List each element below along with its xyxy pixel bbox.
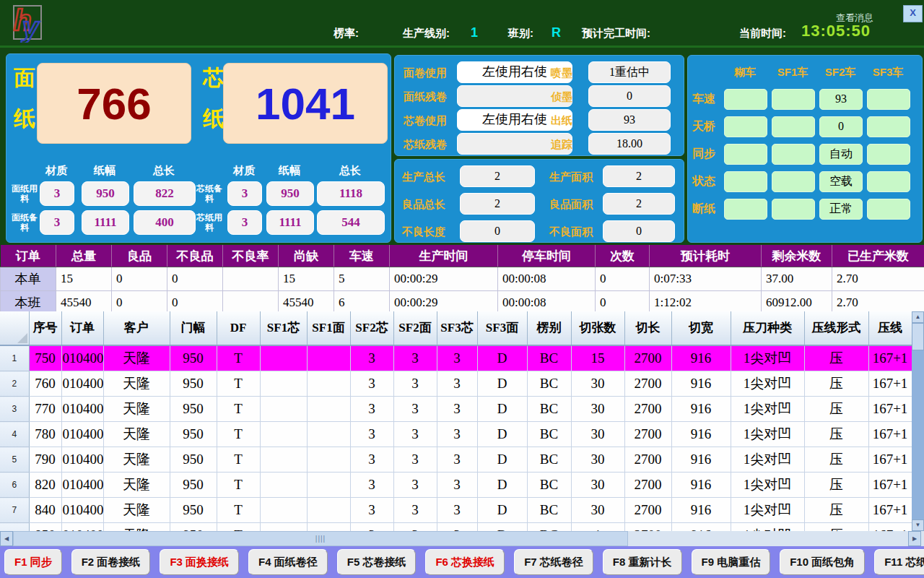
order-cell bbox=[260, 447, 307, 473]
horizontal-scrollbar[interactable]: ◀ |||| ▶ bbox=[0, 531, 924, 546]
orders-column-header[interactable]: 楞别 bbox=[527, 311, 571, 345]
summary-column-header: 车速 bbox=[334, 245, 390, 267]
orders-column-header[interactable]: SF1面 bbox=[307, 311, 350, 345]
order-cell: 3 bbox=[437, 498, 477, 523]
orders-column-header[interactable]: 切宽 bbox=[671, 311, 731, 345]
summary-cell: 0 bbox=[596, 267, 650, 291]
total-length-header: 总长 bbox=[134, 164, 194, 178]
scroll-down-icon[interactable]: ▼ bbox=[912, 519, 924, 531]
row-number-cell: 4 bbox=[0, 422, 29, 447]
orders-column-header[interactable]: 序号 bbox=[29, 311, 61, 345]
field-value: 0 bbox=[588, 85, 671, 107]
summary-column-header: 停车时间 bbox=[498, 245, 596, 267]
fkey-button[interactable]: F3 面换接纸 bbox=[160, 549, 239, 575]
order-cell: 2700 bbox=[624, 447, 671, 473]
summary-column-header: 已生产米数 bbox=[832, 245, 924, 267]
orders-column-header[interactable]: 订单 bbox=[61, 311, 103, 345]
orders-column-header[interactable]: SF3芯 bbox=[437, 311, 477, 345]
orders-column-header[interactable]: 切长 bbox=[624, 311, 671, 345]
order-cell: 3 bbox=[350, 371, 393, 397]
order-cell: T bbox=[217, 473, 260, 498]
summary-column-header: 总量 bbox=[56, 245, 112, 267]
order-cell: 3 bbox=[437, 523, 477, 532]
scroll-right-icon[interactable]: ▶ bbox=[908, 531, 921, 546]
material-header: 材质 bbox=[227, 164, 261, 178]
select-all-corner[interactable] bbox=[0, 311, 29, 345]
machine-cell bbox=[772, 89, 815, 110]
fkey-button[interactable]: F8 重新计长 bbox=[603, 549, 682, 575]
roll-panel: 面卷使用左使用右使面纸残卷芯卷使用左使用右使芯纸残卷喷墨1重估中侦墨0出纸93追… bbox=[394, 55, 684, 156]
summary-table: 订单总量良品不良品不良率尚缺车速生产时间停车时间次数预计耗时剩余米数已生产米数 … bbox=[0, 245, 924, 315]
order-cell: 916 bbox=[671, 397, 731, 422]
order-cell: BC bbox=[527, 498, 571, 523]
order-cell: 950 bbox=[170, 498, 217, 523]
fkey-button[interactable]: F11 芯纸包角 bbox=[874, 549, 924, 575]
order-cell: D bbox=[477, 447, 527, 473]
order-cell: 天隆 bbox=[103, 523, 170, 532]
machine-cell bbox=[772, 116, 815, 137]
orders-column-header[interactable]: SF2芯 bbox=[350, 311, 393, 345]
machine-cell: 正常 bbox=[819, 199, 863, 220]
row-number-cell: 3 bbox=[0, 397, 29, 422]
orders-table-wrap: 序号订单客户门幅DFSF1芯SF1面SF2芯SF2面SF3芯SF3面楞别切张数切… bbox=[0, 311, 912, 531]
fkey-button[interactable]: F7 芯纸卷径 bbox=[514, 549, 593, 575]
row-label: 面纸用料 bbox=[9, 184, 40, 204]
fkey-button[interactable]: F4 面纸卷径 bbox=[248, 549, 328, 575]
view-messages-link[interactable]: 查看消息 bbox=[836, 12, 873, 25]
vertical-scrollbar-thumb[interactable] bbox=[912, 323, 924, 350]
vertical-scrollbar[interactable]: ▲ ▼ bbox=[912, 311, 924, 531]
orders-column-header[interactable]: SF3面 bbox=[477, 311, 527, 345]
orders-column-header[interactable]: 压线 bbox=[868, 311, 912, 345]
order-cell: 950 bbox=[170, 473, 217, 498]
orders-column-header[interactable]: 压刀种类 bbox=[731, 311, 804, 345]
order-row[interactable]: 47800104000天隆950T333DBC3027009161尖对凹压167… bbox=[0, 422, 912, 447]
scroll-up-icon[interactable]: ▲ bbox=[912, 311, 924, 323]
field-label: 不良长度 bbox=[402, 222, 463, 242]
orders-column-header[interactable]: DF bbox=[217, 311, 260, 345]
order-cell: 950 bbox=[170, 345, 217, 371]
order-cell bbox=[307, 397, 350, 422]
fkey-button[interactable]: F2 面卷接纸 bbox=[71, 549, 151, 575]
orders-column-header[interactable]: 压线形式 bbox=[804, 311, 868, 345]
close-button[interactable]: X bbox=[903, 5, 923, 22]
fkey-button[interactable]: F9 电脑重估 bbox=[692, 549, 771, 575]
summary-row: 本单150015500:00:2900:00:0800:07:3337.002.… bbox=[1, 267, 924, 291]
order-cell: 916 bbox=[671, 473, 731, 498]
orders-column-header[interactable]: 客户 bbox=[103, 311, 170, 345]
order-row[interactable]: 78400104000天隆950T333DBC3027009161尖对凹压167… bbox=[0, 498, 912, 523]
order-row[interactable]: 17500104000天隆950T333DBC1527009161尖对凹压167… bbox=[0, 345, 912, 371]
order-cell: 3 bbox=[350, 422, 393, 447]
order-cell: 2700 bbox=[624, 422, 671, 447]
summary-cell: 15 bbox=[56, 267, 112, 291]
fkey-button[interactable]: F5 芯卷接纸 bbox=[337, 549, 417, 575]
summary-column-header: 不良品 bbox=[167, 245, 223, 267]
order-cell: 2700 bbox=[624, 523, 671, 532]
order-cell: 压 bbox=[804, 473, 868, 498]
total-length-value: 544 bbox=[317, 210, 385, 235]
paper-width-value: 950 bbox=[82, 181, 129, 206]
orders-column-header[interactable]: 门幅 bbox=[170, 311, 217, 345]
fkey-button[interactable]: F1 同步 bbox=[4, 549, 62, 575]
summary-column-header: 生产时间 bbox=[390, 245, 498, 267]
order-row[interactable]: 37700104000天隆950T333DBC3027009161尖对凹压167… bbox=[0, 397, 912, 422]
paper-width-value: 950 bbox=[266, 181, 314, 206]
orders-column-header[interactable]: SF2面 bbox=[393, 311, 437, 345]
orders-column-header[interactable]: SF1芯 bbox=[260, 311, 307, 345]
paper-row: 面纸用料 3 950 822 芯纸备料 3 950 1118 bbox=[6, 181, 391, 206]
horizontal-scrollbar-thumb[interactable]: |||| bbox=[13, 531, 628, 546]
fkey-button[interactable]: F6 芯换接纸 bbox=[425, 549, 505, 575]
fkey-button[interactable]: F10 面纸包角 bbox=[780, 549, 865, 575]
order-cell: 2700 bbox=[624, 473, 671, 498]
orders-column-header[interactable]: 切张数 bbox=[571, 311, 624, 345]
summary-row-label: 本单 bbox=[1, 267, 56, 291]
order-cell bbox=[260, 498, 307, 523]
order-row[interactable]: 27600104000天隆950T333DBC3027009161尖对凹压167… bbox=[0, 371, 912, 397]
order-row[interactable]: 88500104000天隆950T333DBC127009161尖对凹压167+… bbox=[0, 523, 912, 532]
order-cell: 3 bbox=[393, 447, 437, 473]
order-row[interactable]: 68200104000天隆950T333DBC3027009161尖对凹压167… bbox=[0, 473, 912, 498]
order-row[interactable]: 57900104000天隆950T333DBC3027009161尖对凹压167… bbox=[0, 447, 912, 473]
machine-cell: 93 bbox=[819, 89, 863, 110]
scroll-left-icon[interactable]: ◀ bbox=[0, 531, 13, 546]
order-cell: 3 bbox=[393, 523, 437, 532]
field-value: 2 bbox=[460, 193, 535, 215]
